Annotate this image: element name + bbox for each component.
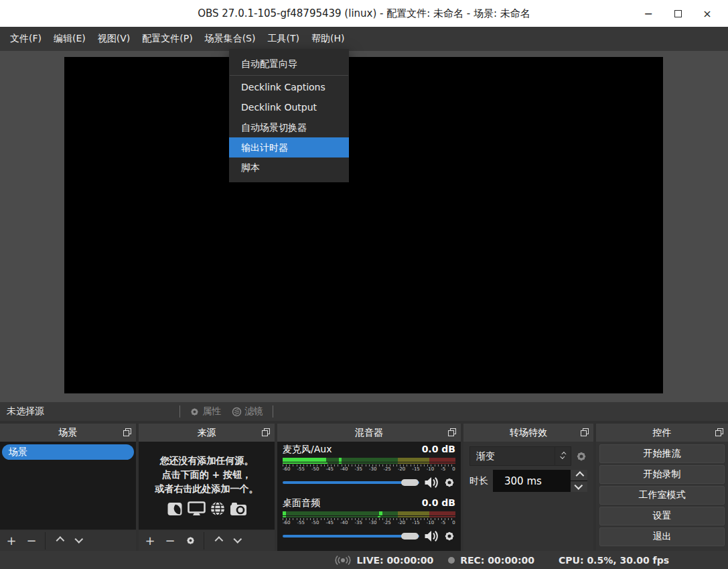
move-scene-up-button[interactable] — [49, 532, 69, 550]
popout-icon[interactable] — [123, 428, 131, 436]
mixer-channels: 麦克风/Aux 0.0 dB -60-55-50-45-40-35-30-25-… — [277, 442, 461, 551]
slider-handle[interactable] — [401, 479, 419, 486]
gear-icon[interactable] — [443, 530, 455, 542]
move-scene-down-button[interactable] — [69, 532, 89, 550]
cpu-fps-stats: CPU: 0.5%, 30.00 fps — [559, 555, 669, 566]
slider-handle[interactable] — [401, 533, 419, 540]
window-title: OBS 27.0.1-105-gf48795439 (linux) - 配置文件… — [0, 7, 728, 20]
popout-icon[interactable] — [581, 428, 589, 436]
broadcast-icon — [334, 555, 352, 566]
tick-label: -45 — [325, 466, 333, 472]
transition-selected-value: 渐变 — [470, 450, 555, 462]
menu-item-auto-config-wizard[interactable]: 自动配置向导 — [229, 54, 349, 74]
meter-peak — [378, 516, 380, 517]
volume-slider[interactable] — [283, 477, 419, 488]
tick-label: -55 — [297, 520, 304, 526]
mixer-dock-title: 混音器 — [355, 427, 383, 439]
tick-label: -40 — [340, 520, 348, 526]
preview-area — [0, 51, 728, 402]
menu-item-auto-scene-switcher[interactable]: 自动场景切换器 — [229, 117, 349, 137]
menu-tools[interactable]: 工具(T) — [261, 28, 305, 50]
add-scene-button[interactable]: + — [1, 532, 21, 550]
spin-down-button[interactable] — [571, 481, 587, 492]
filter-icon — [232, 407, 242, 417]
menu-edit[interactable]: 编辑(E) — [48, 28, 92, 50]
chevron-up-icon — [214, 536, 223, 545]
scenes-dock-title: 场景 — [59, 427, 78, 439]
meter-scale: -60-55-50-45-40-35-30-25-20-15-10-50 — [283, 520, 455, 526]
popout-icon[interactable] — [448, 428, 456, 436]
transition-select[interactable]: 渐变 — [469, 446, 571, 466]
sources-dock-title: 来源 — [198, 427, 216, 439]
remove-scene-button[interactable]: − — [21, 532, 42, 550]
tick-label: -25 — [383, 520, 390, 526]
source-edit-group: + − — [139, 532, 202, 550]
volume-slider[interactable] — [283, 531, 419, 542]
combo-arrows-icon — [555, 447, 571, 465]
volume-meter — [283, 458, 455, 462]
no-source-label: 未选择源 — [7, 405, 44, 418]
menu-bar: 文件(F) 编辑(E) 视图(V) 配置文件(P) 场景集合(S) 工具(T) … — [0, 27, 728, 51]
tick-label: -5 — [441, 520, 445, 526]
scenes-toolbar: + − — [0, 529, 136, 551]
rec-time: REC: 00:00:00 — [460, 555, 534, 566]
menu-scene-collection[interactable]: 场景集合(S) — [199, 28, 262, 50]
speaker-icon[interactable] — [424, 477, 439, 489]
duration-spinbox[interactable]: 300 ms — [493, 470, 587, 492]
menu-item-scripts[interactable]: 脚本 — [229, 157, 349, 178]
tick-label: -30 — [369, 520, 376, 526]
menu-separator — [230, 75, 348, 76]
transitions-dock: 转场特效 渐变 时长 300 ms — [463, 424, 593, 551]
dock-row: 场景 场景 + − 来源 — [0, 421, 728, 551]
sources-dock-header[interactable]: 来源 — [139, 424, 275, 442]
scenes-dock-header[interactable]: 场景 — [0, 424, 136, 442]
source-list[interactable]: 您还没有添加任何源。 点击下面的 + 按钮， 或者右击此处添加一个。 — [139, 442, 275, 529]
tick-label: -35 — [354, 520, 362, 526]
transition-properties-gear-icon[interactable] — [575, 450, 587, 462]
speaker-icon[interactable] — [424, 530, 439, 542]
start-streaming-button[interactable]: 开始推流 — [599, 444, 725, 463]
filters-button[interactable]: 滤镜 — [226, 405, 269, 418]
menu-view[interactable]: 视图(V) — [92, 28, 137, 50]
gear-icon — [190, 407, 200, 417]
start-recording-button[interactable]: 开始录制 — [599, 465, 725, 484]
maximize-button[interactable] — [666, 3, 689, 23]
tick-label: -15 — [412, 520, 419, 526]
properties-button[interactable]: 属性 — [184, 405, 226, 418]
transitions-dock-header[interactable]: 转场特效 — [463, 424, 593, 442]
close-button[interactable]: × — [696, 3, 719, 23]
source-properties-button[interactable] — [180, 532, 200, 550]
tick-label: -45 — [325, 520, 333, 526]
menu-item-decklink-captions[interactable]: Decklink Captions — [229, 77, 349, 97]
slider-track — [283, 481, 419, 484]
minimize-button[interactable]: − — [637, 3, 660, 23]
settings-button[interactable]: 设置 — [599, 507, 725, 525]
remove-source-button[interactable]: − — [160, 532, 180, 550]
meter-scale: -60-55-50-45-40-35-30-25-20-15-10-50 — [283, 466, 455, 472]
controls-dock-header[interactable]: 控件 — [596, 424, 728, 442]
meter-fill — [283, 458, 326, 462]
mixer-dock-header[interactable]: 混音器 — [277, 424, 461, 442]
meter-peak — [339, 462, 342, 464]
add-source-button[interactable]: + — [140, 532, 160, 550]
move-source-up-button[interactable] — [208, 532, 228, 550]
preview-canvas[interactable] — [64, 57, 663, 393]
menu-help[interactable]: 帮助(H) — [305, 28, 350, 50]
tick-label: -25 — [383, 466, 390, 472]
popout-icon[interactable] — [262, 428, 270, 436]
exit-button[interactable]: 退出 — [599, 527, 725, 546]
spin-up-button[interactable] — [571, 470, 587, 481]
studio-mode-button[interactable]: 工作室模式 — [599, 486, 725, 505]
controls-panel: 开始推流 开始录制 工作室模式 设置 退出 — [596, 442, 728, 551]
popout-icon[interactable] — [715, 428, 723, 436]
gear-icon[interactable] — [443, 477, 455, 489]
toolbar-separator — [179, 405, 180, 418]
meter-peak — [339, 458, 342, 462]
scene-list[interactable]: 场景 — [0, 442, 136, 529]
menu-profile[interactable]: 配置文件(P) — [136, 28, 198, 50]
menu-file[interactable]: 文件(F) — [4, 28, 48, 50]
move-source-down-button[interactable] — [228, 532, 248, 550]
menu-item-decklink-output[interactable]: Decklink Output — [229, 97, 349, 117]
scene-list-item[interactable]: 场景 — [2, 444, 134, 460]
menu-item-output-timer[interactable]: 输出计时器 — [229, 137, 349, 157]
